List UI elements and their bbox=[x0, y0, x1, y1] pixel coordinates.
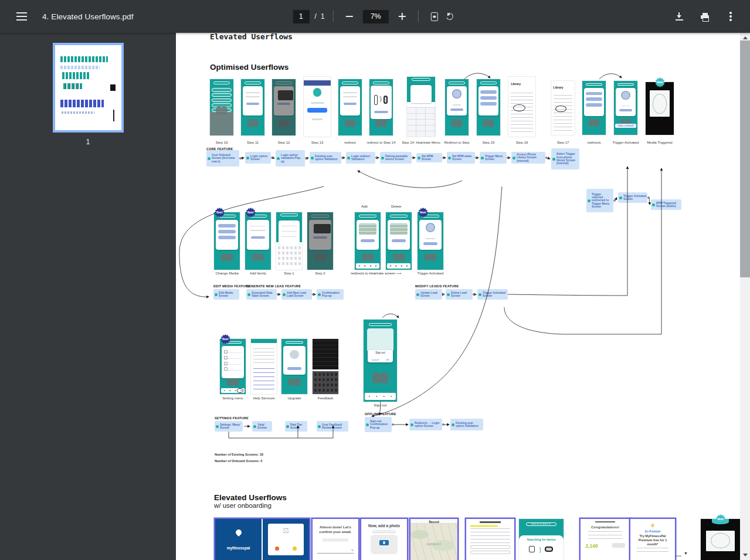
flow-box-label: Existing user option Validation bbox=[456, 422, 482, 428]
annotation: .... bbox=[676, 552, 681, 558]
thumb-art bbox=[60, 100, 104, 107]
pdf-screen bbox=[477, 79, 500, 135]
flow-node-dot bbox=[478, 293, 481, 296]
flow-box: Sign-out Confirmation Pop-up bbox=[365, 417, 392, 432]
flow-node-dot bbox=[552, 158, 555, 161]
screen-label: Media Triggered bbox=[636, 141, 683, 145]
vertical-scrollbar[interactable] bbox=[740, 33, 750, 560]
scroll-up-arrow[interactable] bbox=[740, 33, 750, 40]
annotation: redirects to Heartrate screen ⟶ bbox=[351, 271, 401, 275]
flow-node-dot bbox=[286, 425, 289, 428]
flow-box-label: Update Lead Screen bbox=[420, 291, 441, 298]
thumbnail-page-number: 1 bbox=[0, 138, 176, 146]
flow-box-label: Trigger Activated Screen bbox=[483, 291, 507, 298]
flow-box-label: Sign-out Confirmation Pop-up bbox=[370, 420, 391, 429]
thumbnail-sidebar: 1 bbox=[0, 33, 176, 560]
flow-node-dot bbox=[588, 199, 591, 202]
flow-box-label: Login option Screen bbox=[250, 155, 270, 161]
flow-box-label: User Onboard Screen (first-time users) bbox=[212, 154, 238, 163]
screen-label: Sign out bbox=[354, 403, 406, 408]
annotation: ▼ bbox=[684, 551, 688, 555]
flow-box-label: Redirects → Login option Screen bbox=[415, 422, 441, 428]
flow-box-label: Pairing wearable device Screen bbox=[385, 155, 410, 161]
scroll-down-arrow[interactable] bbox=[740, 552, 750, 560]
pdf-screen bbox=[272, 79, 296, 135]
flow-box-label: Settings 'Menu' Screen bbox=[220, 423, 242, 430]
scrollbar-thumb[interactable] bbox=[740, 40, 750, 277]
zoom-level[interactable]: 7% bbox=[363, 10, 389, 23]
feature-title: GENERATE NEW LEAD FEATURE bbox=[246, 284, 301, 288]
menu-button[interactable] bbox=[14, 9, 29, 24]
flow-node-dot bbox=[619, 196, 622, 199]
flow-box: Delete Lead Screen bbox=[446, 289, 473, 300]
pdf-screen bbox=[313, 339, 338, 394]
fit-page-button[interactable] bbox=[427, 9, 442, 24]
pdf-screen bbox=[276, 212, 302, 270]
flow-box: Trigger Activated Screen bbox=[477, 289, 508, 300]
fit-to-page-icon bbox=[431, 12, 438, 21]
flow-node-dot bbox=[416, 293, 419, 296]
print-button[interactable] bbox=[697, 9, 712, 24]
pdf-page: Elevated Userflows Optimised Userflows E… bbox=[176, 33, 740, 560]
page-count: / 1 bbox=[314, 12, 324, 21]
flow-box-label: Set BPM value Screen bbox=[452, 155, 474, 161]
page-number-input[interactable] bbox=[293, 10, 309, 23]
flow-box: Login redirect Validation bbox=[346, 152, 375, 164]
doc-heading-top: Elevated Userflows bbox=[210, 33, 293, 41]
flow-node-dot bbox=[652, 203, 655, 206]
pdf-viewer-app: 4. Elevated Userflows.pdf / 1 7% bbox=[0, 0, 750, 560]
page-thumbnail[interactable] bbox=[53, 43, 124, 133]
rotate-ccw-icon bbox=[445, 12, 454, 21]
flow-box: Pairing wearable device Screen bbox=[380, 152, 412, 164]
pdf-screen: ♛Go PremiumTry MyFitnessPal Premium free… bbox=[630, 519, 675, 560]
zoom-in-icon bbox=[399, 13, 406, 20]
pdf-screen bbox=[214, 212, 240, 270]
screen-label: Step 2 bbox=[298, 271, 342, 276]
pdf-viewer: Elevated Userflows Optimised Userflows E… bbox=[176, 33, 750, 560]
annotation: Number of Existing Screens: 18 bbox=[215, 453, 263, 456]
rotate-button[interactable] bbox=[442, 9, 457, 24]
menu-icon bbox=[16, 16, 27, 17]
flow-box: Paid Tier Screen bbox=[285, 421, 307, 432]
flow-box-label: Select Trigger from phone library Screen… bbox=[556, 152, 578, 165]
flow-box-label: Add New Lead Lead Screen bbox=[287, 291, 311, 298]
flow-box: Select Trigger from phone library Screen… bbox=[551, 148, 579, 169]
flow-node-dot bbox=[311, 157, 314, 159]
flow-node-dot bbox=[481, 157, 484, 159]
flow-box: User Onboard Screen (first-time users) bbox=[206, 150, 239, 167]
flow-node-dot bbox=[452, 423, 454, 426]
pdf-screen bbox=[338, 79, 362, 135]
pdf-screen bbox=[281, 339, 307, 394]
flow-box: Update Lead Screen bbox=[415, 289, 442, 300]
zoom-in-button[interactable] bbox=[395, 9, 410, 24]
page-separator: / bbox=[314, 12, 316, 21]
zoom-out-icon bbox=[346, 16, 353, 17]
flow-box-label: Generated Data Table Screen bbox=[252, 291, 276, 298]
flow-node-dot bbox=[381, 157, 384, 159]
flow-node-dot bbox=[283, 293, 286, 296]
screen-label: Trigger Activated bbox=[408, 271, 453, 276]
flow-box: Existing user option Validation bbox=[310, 152, 341, 164]
flow-box-label: Confirmation Pop-up bbox=[322, 291, 342, 298]
flow-box: Login option Screen bbox=[245, 152, 271, 164]
pdf-screen: Library bbox=[551, 81, 575, 135]
flow-box: Add New Lead Lead Screen bbox=[281, 289, 312, 300]
section-optimised-title: Optimised Userflows bbox=[210, 63, 289, 72]
pdf-screen bbox=[701, 519, 740, 560]
flow-box-label: Existing user option Validation bbox=[315, 155, 340, 161]
toolbar-divider bbox=[418, 11, 419, 22]
flow-box-label: Trigger Menu Screen bbox=[485, 155, 505, 161]
flow-box-label: User Feedback Review Screen bbox=[322, 423, 347, 430]
download-button[interactable] bbox=[671, 9, 687, 24]
more-button[interactable] bbox=[723, 9, 738, 24]
flow-node-dot bbox=[318, 425, 321, 428]
flow-node-dot bbox=[247, 293, 250, 296]
flow-box: User Feedback Review Screen bbox=[317, 421, 348, 432]
zoom-out-button[interactable] bbox=[342, 9, 357, 24]
pdf-screen bbox=[241, 79, 264, 135]
more-vert-icon bbox=[729, 15, 732, 18]
pdf-screen bbox=[407, 77, 435, 137]
pdf-screen: WHISTLEBOXSearching for device) bbox=[519, 519, 564, 560]
pdf-screen: myfitnesspal⚖ bbox=[215, 519, 309, 560]
flow-node-dot bbox=[447, 293, 450, 296]
